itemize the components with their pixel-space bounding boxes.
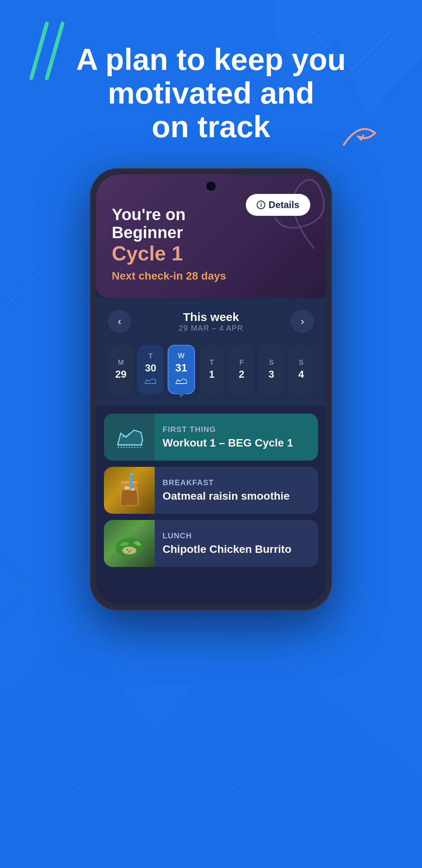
week-section: ‹ This week 29 MAR – 4 APR › M 29 — [96, 298, 326, 406]
lunch-thumb — [104, 520, 155, 567]
week-title: This week 29 MAR – 4 APR — [179, 310, 243, 333]
phone-notch — [206, 181, 216, 191]
workout-shoe-icon — [114, 421, 145, 453]
day-number-wed: 31 — [175, 362, 187, 374]
day-number-sun: 4 — [299, 368, 304, 380]
day-number-tue: 30 — [145, 362, 156, 374]
day-letter-sat: S — [269, 359, 274, 367]
day-tuesday[interactable]: T 30 — [138, 345, 163, 394]
workout-label: FIRST THING — [163, 425, 310, 434]
shoe-icon-tue — [144, 377, 157, 387]
day-friday[interactable]: F 2 — [229, 345, 254, 394]
svg-rect-3 — [131, 488, 135, 491]
day-letter-wed: W — [178, 352, 184, 360]
phone-screen: i Details You're on Beginner Cycle 1 Nex… — [96, 174, 326, 604]
svg-point-6 — [122, 547, 136, 554]
workout-content: FIRST THING Workout 1 – BEG Cycle 1 — [155, 419, 318, 456]
lunch-image — [104, 520, 155, 567]
breakfast-thumb — [104, 467, 155, 514]
breakfast-name: Oatmeal raisin smoothie — [163, 490, 310, 503]
day-monday[interactable]: M 29 — [108, 345, 134, 394]
svg-rect-7 — [127, 549, 129, 551]
plan-card: i Details You're on Beginner Cycle 1 Nex… — [96, 174, 326, 298]
breakfast-card[interactable]: BREAKFAST Oatmeal raisin smoothie — [104, 467, 318, 514]
day-number-mon: 29 — [115, 368, 127, 380]
details-button[interactable]: i Details — [246, 194, 310, 216]
shoe-icon-wed — [175, 377, 188, 387]
day-letter-sun: S — [299, 359, 304, 367]
lunch-card[interactable]: LUNCH Chipotle Chicken Burrito — [104, 520, 318, 567]
smoothie-illustration — [114, 471, 145, 510]
main-headline: A plan to keep you motivated and on trac… — [23, 43, 399, 143]
day-wednesday[interactable]: W 31 — [168, 345, 195, 394]
day-letter-tue: T — [148, 352, 153, 360]
workout-thumb — [104, 414, 155, 461]
headline-section: A plan to keep you motivated and on trac… — [0, 0, 422, 167]
week-nav: ‹ This week 29 MAR – 4 APR › — [108, 310, 314, 333]
prev-week-button[interactable]: ‹ — [108, 310, 131, 333]
svg-rect-8 — [130, 550, 131, 551]
svg-rect-2 — [125, 486, 129, 490]
day-letter-fri: F — [240, 359, 244, 367]
day-sunday[interactable]: S 4 — [288, 345, 314, 394]
day-saturday[interactable]: S 3 — [258, 345, 284, 394]
day-thursday[interactable]: T 1 — [199, 345, 225, 394]
day-number-thu: 1 — [209, 368, 215, 380]
lunch-content: LUNCH Chipotle Chicken Burrito — [155, 525, 318, 562]
lunch-name: Chipotle Chicken Burrito — [163, 543, 310, 556]
day-number-sat: 3 — [268, 368, 274, 380]
workout-name: Workout 1 – BEG Cycle 1 — [163, 436, 310, 450]
svg-rect-9 — [128, 551, 130, 552]
activity-section: FIRST THING Workout 1 – BEG Cycle 1 — [96, 406, 326, 575]
burrito-illustration — [114, 524, 145, 563]
phone-mockup: i Details You're on Beginner Cycle 1 Nex… — [90, 168, 332, 611]
card-swirl — [244, 178, 326, 256]
week-dates: 29 MAR – 4 APR — [179, 324, 243, 333]
breakfast-content: BREAKFAST Oatmeal raisin smoothie — [155, 472, 318, 509]
day-letter-thu: T — [209, 359, 214, 367]
svg-rect-4 — [130, 473, 132, 488]
workout-card[interactable]: FIRST THING Workout 1 – BEG Cycle 1 — [104, 414, 318, 461]
plan-checkin: Next check-in 28 days — [112, 270, 310, 282]
days-row: M 29 T 30 — [108, 341, 314, 398]
info-icon: i — [257, 201, 265, 209]
breakfast-image — [104, 467, 155, 514]
day-letter-mon: M — [118, 359, 124, 367]
week-title-text: This week — [179, 310, 243, 324]
breakfast-label: BREAKFAST — [163, 478, 310, 487]
next-week-button[interactable]: › — [291, 310, 314, 333]
lunch-label: LUNCH — [163, 531, 310, 540]
day-number-fri: 2 — [239, 368, 244, 380]
